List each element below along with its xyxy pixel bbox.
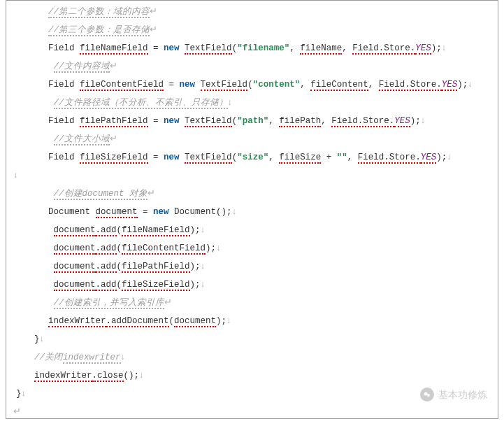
attribution-badge: 基本功修炼: [420, 385, 487, 404]
comment: //第三个参数：是否存储: [48, 25, 150, 36]
comment: //文件大小域: [54, 134, 110, 145]
identifier: indexWriter: [34, 371, 92, 382]
code-line: document.add(fileSizeField);↓: [6, 275, 498, 293]
method: .add: [96, 225, 117, 236]
code-line: indexWriter.addDocument(document);↓: [6, 311, 498, 329]
string-literal: "": [337, 152, 347, 162]
code-line: //第二个参数：域的内容↵: [6, 2, 498, 20]
code-line: //创建索引，并写入索引库↵: [6, 293, 498, 311]
code-line: Field fileContentField = new TextField("…: [6, 75, 498, 93]
code-line: //第三个参数：是否存储↵: [6, 20, 498, 38]
identifier: fileContent: [310, 80, 368, 91]
attribution-text: 基本功修炼: [438, 385, 487, 404]
comment: //创建document 对象: [54, 189, 148, 200]
keyword-new: new: [164, 43, 180, 53]
identifier: fileNameField: [80, 43, 148, 55]
identifier: document: [96, 207, 138, 218]
code-line: //关闭indexwriter↓: [6, 348, 498, 366]
svg-point-1: [427, 394, 430, 397]
code-line: ↓: [6, 166, 498, 184]
type: Document: [48, 207, 90, 217]
enum-prefix: Field.Store.: [352, 43, 415, 55]
enum-value: YES: [415, 43, 431, 55]
comment: //创建索引，并写入索引库: [54, 298, 164, 309]
comment: //第二个参数：域的内容: [48, 7, 150, 18]
comment: //文件路径域（不分析、不索引、只存储）: [54, 98, 228, 109]
code-line: //文件内容域↵: [6, 57, 498, 75]
code-line: Field filePathField = new TextField("pat…: [6, 111, 498, 129]
code-line: //创建document 对象↵: [6, 184, 498, 202]
identifier: fileName: [300, 43, 342, 55]
code-line: }↓: [6, 329, 498, 348]
identifier: indexWriter: [48, 316, 106, 327]
code-line: document.add(filePathField);↓: [6, 257, 498, 275]
comment-word: indexwriter: [63, 353, 121, 364]
wechat-icon: [420, 388, 434, 402]
newline-marker: ↵: [150, 24, 157, 34]
identifier: fileSizeField: [80, 152, 148, 164]
identifier: filePath: [279, 116, 321, 127]
string-literal: "size": [237, 152, 268, 162]
string-literal: "content": [253, 80, 301, 90]
code-line: Field fileSizeField = new TextField("siz…: [6, 148, 498, 166]
code-line: document.add(fileContentField);↓: [6, 239, 498, 257]
string-literal: "filename": [237, 43, 289, 53]
identifier: fileSize: [279, 152, 321, 164]
code-line: Document document = new Document();↓: [6, 202, 498, 220]
identifier: filePathField: [80, 116, 148, 127]
newline-marker: ↵: [150, 6, 157, 16]
svg-point-0: [424, 392, 428, 396]
code-line: ↵: [6, 402, 498, 419]
string-literal: "path": [237, 116, 268, 126]
identifier: fileContentField: [80, 80, 164, 91]
code-line: //文件路径域（不分析、不索引、只存储）↓: [6, 93, 498, 111]
identifier: document: [54, 225, 96, 236]
code-line: indexWriter.close();↓: [6, 366, 498, 384]
code-line: Field fileNameField = new TextField("fil…: [6, 38, 498, 57]
comment: //文件内容域: [54, 62, 110, 73]
comment-prefix: //关闭: [34, 353, 63, 362]
method: .addDocument: [106, 316, 169, 327]
code-editor: //第二个参数：域的内容↵ //第三个参数：是否存储↵ Field fileNa…: [6, 0, 498, 419]
screenshot-frame: //第二个参数：域的内容↵ //第三个参数：是否存储↵ Field fileNa…: [0, 0, 504, 426]
method: .close: [92, 371, 124, 382]
code-line: document.add(fileNameField);↓: [6, 220, 498, 239]
code-line: //文件大小域↵: [6, 129, 498, 148]
type: TextField: [185, 43, 232, 55]
type: Field: [48, 43, 75, 53]
